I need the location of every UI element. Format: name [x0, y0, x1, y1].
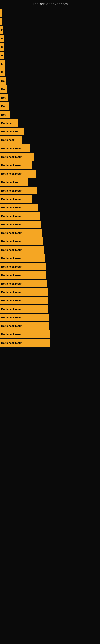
bar-row: B	[0, 68, 100, 76]
bar-row: Bottleneck result	[0, 153, 100, 160]
bar-label: Bo	[0, 85, 7, 93]
bar-row: Bo	[0, 85, 100, 93]
bar-label: Bottlenec	[0, 119, 18, 127]
bar-row: Bottlenec	[0, 119, 100, 127]
bar-row: Bottleneck result	[0, 220, 100, 228]
bar-row: E	[0, 26, 100, 34]
bar-row: Bottleneck result	[0, 212, 100, 220]
bar-row: Bottleneck result	[0, 238, 100, 245]
bar-row: Bottleneck resu	[0, 195, 100, 203]
bar-label: Bottleneck result	[0, 305, 49, 313]
bar-label: m	[0, 34, 3, 42]
bar-row: Bottleneck result	[0, 263, 100, 270]
bar-label	[0, 18, 2, 25]
bar-row: B	[0, 43, 100, 51]
bar-label	[0, 9, 2, 17]
bar-row: Bott	[0, 111, 100, 118]
bar-label: Bottleneck result	[0, 238, 43, 245]
bar-label: Bottleneck result	[0, 229, 42, 237]
bar-label: Bottleneck result	[0, 212, 40, 220]
bar-row	[0, 9, 100, 17]
bar-label: B	[0, 43, 4, 51]
bar-row: Bottleneck result	[0, 330, 100, 338]
bar-label: Bottleneck result	[0, 254, 45, 262]
bar-row: Bottleneck re	[0, 178, 100, 186]
bar-row: Bottleneck result	[0, 204, 100, 211]
bar-row: Bottleneck result	[0, 229, 100, 237]
bar-row: m	[0, 34, 100, 42]
bar-label: Bottleneck result	[0, 339, 50, 346]
bar-label: E	[0, 26, 3, 34]
bar-row: Bottleneck	[0, 136, 100, 144]
bar-label: Bo	[0, 77, 6, 84]
bar-label: Bottleneck result	[0, 322, 49, 330]
bar-label: Bottleneck result	[0, 271, 47, 279]
bar-row: Bottleneck result	[0, 339, 100, 346]
bar-row: Bott	[0, 94, 100, 102]
bar-row: Bottleneck result	[0, 322, 100, 330]
bar-label: Bottleneck resu	[0, 162, 32, 169]
bar-label: Bott	[0, 94, 8, 102]
bar-label: Bottleneck result	[0, 187, 37, 194]
bar-label: Bott	[0, 111, 10, 118]
bar-label: Bottleneck result	[0, 170, 36, 178]
bar-row: Bottleneck result	[0, 271, 100, 279]
bar-row: Bottleneck result	[0, 254, 100, 262]
bar-label: Bottleneck result	[0, 314, 49, 321]
bar-label: Bottleneck result	[0, 263, 46, 270]
bar-row: Bottleneck resu	[0, 162, 100, 169]
bar-label: Bottleneck result	[0, 288, 48, 296]
bar-row: Bottleneck resu	[0, 144, 100, 152]
bar-label: Bottleneck re	[0, 178, 28, 186]
bar-label: Bottleneck re	[0, 128, 24, 135]
bar-label: Bottleneck result	[0, 220, 41, 228]
bar-label: Bottleneck result	[0, 204, 38, 211]
bar-label: Bottleneck resu	[0, 144, 30, 152]
bar-row: Bottleneck result	[0, 297, 100, 304]
bar-row: Bo	[0, 77, 100, 84]
bar-row: Bottleneck result	[0, 187, 100, 194]
bar-row: Bottleneck re	[0, 128, 100, 135]
bar-row: Bottleneck result	[0, 314, 100, 321]
bar-label: Bottleneck result	[0, 297, 48, 304]
site-title: TheBottlenecker.com	[0, 0, 100, 7]
bar-row: Bottleneck result	[0, 288, 100, 296]
bar-label: Bottleneck result	[0, 153, 34, 160]
bar-label: E	[0, 60, 5, 68]
bar-row: Bot	[0, 102, 100, 110]
bar-label: Bottleneck result	[0, 246, 44, 254]
bar-label: E	[0, 52, 4, 59]
bar-row: E	[0, 60, 100, 68]
bar-label: Bottleneck result	[0, 330, 50, 338]
bar-row	[0, 18, 100, 25]
bar-label: Bot	[0, 102, 9, 110]
bar-row: Bottleneck result	[0, 305, 100, 313]
bars-container: EmBEEBBoBoBottBotBottBottlenecBottleneck…	[0, 7, 100, 349]
bar-row: E	[0, 52, 100, 59]
bar-label: Bottleneck	[0, 136, 22, 144]
bar-label: B	[0, 68, 5, 76]
bar-row: Bottleneck result	[0, 246, 100, 254]
bar-label: Bottleneck resu	[0, 195, 32, 203]
bar-row: Bottleneck result	[0, 170, 100, 178]
bar-row: Bottleneck result	[0, 280, 100, 288]
bar-label: Bottleneck result	[0, 280, 47, 288]
